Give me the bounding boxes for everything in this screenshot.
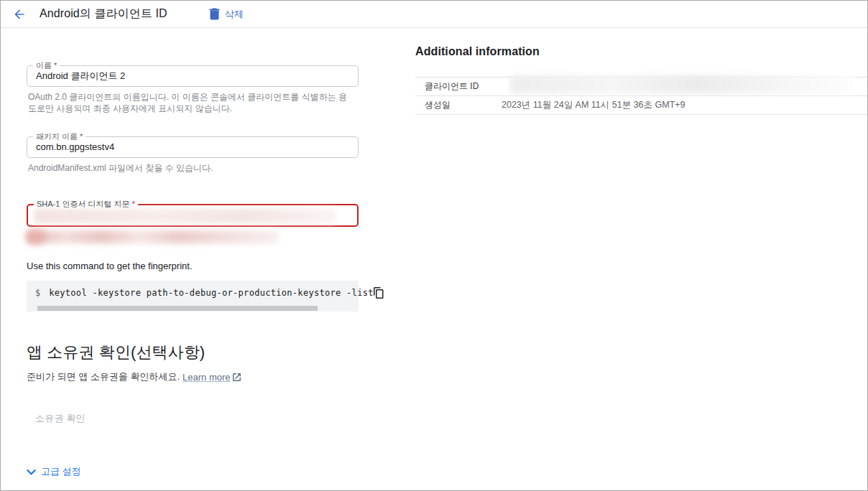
client-id-row: 클라이언트 ID <box>415 78 867 96</box>
additional-info-table: 클라이언트 ID 생성일 2023년 11월 24일 AM 11시 51분 36… <box>415 77 867 115</box>
client-id-edit-page: Android의 클라이언트 ID 삭제 이름 * Android 클라이언트 … <box>0 0 868 491</box>
page-header: Android의 클라이언트 ID 삭제 <box>1 1 867 28</box>
verify-ownership-button[interactable]: 소유권 확인 <box>28 409 93 428</box>
trash-icon <box>209 8 220 20</box>
creation-date-row: 생성일 2023년 11월 24일 AM 11시 51분 36초 GMT+9 <box>415 96 867 115</box>
package-name-field[interactable]: 패키지 이름 * com.bn.gpgstestv4 <box>27 136 359 158</box>
external-link-icon <box>233 373 241 381</box>
keytool-command-box: $ keytool -keystore path-to-debug-or-pro… <box>27 281 359 312</box>
redacted-client-id <box>510 75 854 93</box>
horizontal-scrollbar <box>27 306 359 312</box>
chevron-down-icon <box>27 469 36 475</box>
copy-icon <box>374 287 384 299</box>
keytool-command-text: keytool -keystore path-to-debug-or-produ… <box>49 288 373 298</box>
ownership-section-heading: 앱 소유권 확인(선택사항) <box>27 342 359 363</box>
name-field-label: 이름 * <box>33 60 60 71</box>
advanced-settings-toggle[interactable]: 고급 설정 <box>27 465 81 478</box>
back-button[interactable] <box>5 1 34 28</box>
redacted-sha1-value <box>34 209 336 223</box>
name-field[interactable]: 이름 * Android 클라이언트 2 <box>27 65 359 87</box>
delete-button-label: 삭제 <box>225 8 244 21</box>
client-form: 이름 * Android 클라이언트 2 OAuth 2.0 클라이언트의 이름… <box>27 61 359 491</box>
copy-button[interactable] <box>374 287 384 299</box>
sha1-fingerprint-field[interactable]: SHA-1 인증서 디지털 지문 * <box>27 204 359 227</box>
sha1-field-label: SHA-1 인증서 디지털 지문 * <box>34 199 138 210</box>
name-field-value: Android 클라이언트 2 <box>27 66 358 86</box>
arrow-left-icon <box>12 7 27 22</box>
advanced-settings-label: 고급 설정 <box>41 465 81 478</box>
learn-more-link[interactable]: Learn more <box>183 372 240 383</box>
creation-date-value: 2023년 11월 24일 AM 11시 51분 36초 GMT+9 <box>502 99 685 111</box>
keytool-command-line: $ keytool -keystore path-to-debug-or-pro… <box>27 281 359 299</box>
page-title: Android의 클라이언트 ID <box>40 6 167 22</box>
fingerprint-command-hint: Use this command to get the fingerprint. <box>27 261 359 271</box>
additional-info-heading: Additional information <box>415 45 867 58</box>
additional-info-panel: Additional information 클라이언트 ID 생성일 2023… <box>415 45 867 115</box>
ownership-description: 준비가 되면 앱 소유권을 확인하세요. Learn more <box>27 370 359 383</box>
creation-date-label: 생성일 <box>415 99 502 111</box>
name-field-helper: OAuth 2.0 클라이언트의 이름입니다. 이 이름은 콘솔에서 클라이언트… <box>28 91 353 114</box>
shell-prompt: $ <box>35 288 40 298</box>
redacted-error-dot <box>27 229 45 245</box>
package-name-field-label: 패키지 이름 * <box>33 131 86 142</box>
sha1-error-area <box>27 229 359 251</box>
client-id-label: 클라이언트 ID <box>415 80 502 93</box>
delete-button[interactable]: 삭제 <box>209 8 244 21</box>
redacted-error-text <box>27 230 278 243</box>
required-asterisk: * <box>132 200 135 208</box>
package-name-field-helper: AndroidManifest.xml 파일에서 찾을 수 있습니다. <box>28 162 353 174</box>
horizontal-scrollbar-thumb[interactable] <box>37 306 318 311</box>
